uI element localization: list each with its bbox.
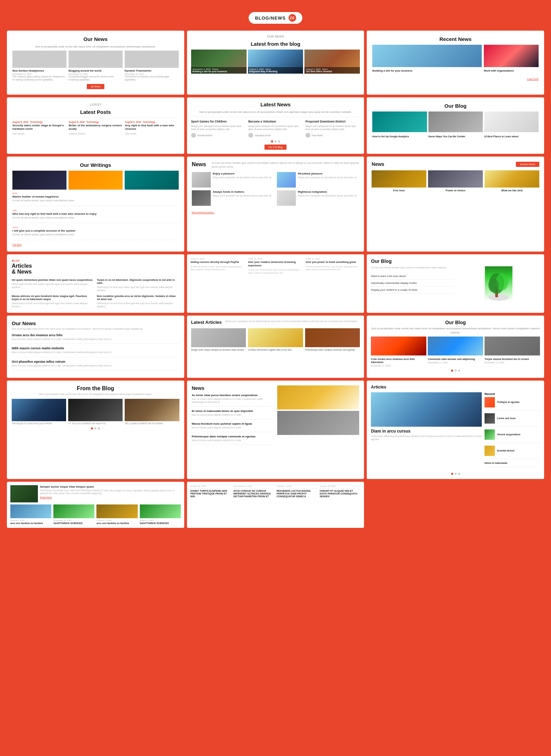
card7-title: Our Writings xyxy=(12,162,179,168)
art14-img-1 xyxy=(191,328,246,347)
card15-title: Our Blog xyxy=(371,320,540,325)
full-blog-link[interactable]: Full Blog xyxy=(12,244,179,246)
from-blog-img-1 xyxy=(12,399,66,421)
card9-title: News xyxy=(372,161,384,167)
small-post-3: October 5, 2018 REICIENDIS LUCTUS MAGNA … xyxy=(277,485,318,499)
card19-main-row: Semper auctor neque vitae tempus quam TR… xyxy=(10,485,181,502)
art-list-4: Gravida dictum xyxy=(485,446,540,459)
news17-img-1 xyxy=(277,385,359,409)
art14-img-3 xyxy=(305,328,360,347)
card-articles-news: BLOG Articles& News Vel quam elementum p… xyxy=(7,254,184,313)
card-blog-long: Semper auctor neque vitae tempus quam TR… xyxy=(7,482,184,528)
recent-news-img-small xyxy=(484,45,539,67)
recent-news-img-large xyxy=(372,45,482,67)
news-author-3: Paul Helert xyxy=(305,133,360,138)
blog6-img-3 xyxy=(484,111,539,132)
dot-3 xyxy=(458,370,460,372)
card20-row: October 10, 2018 DONEC TURPIS ELEIFEND S… xyxy=(190,485,361,499)
from-blog-img-2 xyxy=(68,399,123,421)
recommend-link[interactable]: Recommend posts › xyxy=(192,211,215,214)
card15-pagination xyxy=(371,370,540,372)
card-our-news: Our News Sed ut perspiciatis unde omnis … xyxy=(7,31,184,95)
card18-pagination xyxy=(371,473,540,475)
card13-title: Our News xyxy=(12,320,179,326)
card14-title: Latest Articles xyxy=(191,320,222,325)
card12-desc: Ut enim ad minima veniam quis nostrum ex… xyxy=(371,266,454,269)
news-caption-3: Dynamic Frameworks xyxy=(125,69,179,72)
news-caption-2: Blogging around the world xyxy=(69,69,123,72)
card5-title: Latest News xyxy=(191,102,360,107)
dot-1 xyxy=(451,473,453,475)
news17-art-1: Ac tortor vitae purus faucibus ornare su… xyxy=(192,394,274,407)
all-news-button[interactable]: All News xyxy=(87,84,104,89)
blog19-post-img-3 xyxy=(96,504,137,518)
read-more-link[interactable]: Read More xyxy=(40,496,181,499)
news-author-1: Pamela Brathm xyxy=(191,133,246,138)
news-caption-1: New Surface Headphones xyxy=(12,69,66,72)
card10-header: BLOG Articles& News xyxy=(12,259,179,275)
art14-item-2: Ut tellus elementum sagittis vitae et le… xyxy=(248,328,303,351)
card1-title: Our News xyxy=(12,36,179,42)
dot-2 xyxy=(455,473,457,475)
divider-1 xyxy=(190,488,231,489)
news17-img-2 xyxy=(277,411,359,435)
card-our-blog-photos: Our Blog Sed ut perspiciatis unde omnis … xyxy=(367,316,544,377)
blog19-post-img-4 xyxy=(140,504,181,518)
blog19-post-img-1 xyxy=(10,504,51,518)
news8-content-4: Righteous indignation Neque porro quisqu… xyxy=(298,190,357,206)
blog15-img-1 xyxy=(371,337,426,355)
news8-item-3: Always holds in matters Neque porro quis… xyxy=(192,190,274,206)
news8-item-1: Enjoy a pleasure Neque porro quisquam es… xyxy=(192,172,274,188)
card5-divider xyxy=(191,117,360,117)
articles-col-3: Massa ultricies mi quis hendrerit dolor … xyxy=(12,295,94,308)
news17-art-3: Massa tincidunt nunc pulvinar sapien et … xyxy=(192,422,274,432)
blog15-img-3 xyxy=(485,337,540,355)
card-latest-posts: LATEST Latest Posts August 6, 2018 · Tec… xyxy=(7,97,184,154)
dot-2 xyxy=(94,427,96,429)
news9-item-2: Power of choice xyxy=(428,170,483,192)
dot-3 xyxy=(98,427,100,429)
writing-img-1 xyxy=(12,171,66,190)
writing-2: LIFE Who has any right to find fault wit… xyxy=(12,210,179,223)
recent-news-cap-2: Work with organisations xyxy=(484,69,539,73)
load-more-link[interactable]: Load more xyxy=(527,78,539,80)
news-desc-3: Frameworks for dynamic and remaining agi… xyxy=(125,75,179,81)
card4-title: Latest Posts xyxy=(12,109,179,115)
card3-title: Recent News xyxy=(372,36,539,42)
news-img-1 xyxy=(12,51,66,68)
news-date-1: December 12, 2017 xyxy=(12,73,66,75)
art14-item-3: Pellentesque diam volutpat commodo sed e… xyxy=(305,328,360,351)
news-img-2 xyxy=(69,51,123,68)
svg-point-4 xyxy=(488,278,499,292)
news8-img-4 xyxy=(277,190,296,206)
card9-header: News Another Block xyxy=(372,161,539,167)
blog19-post-3: October 1, 2018 arcs orci facilisis eu f… xyxy=(96,504,137,524)
articles-col-1: Vel quam elementum pulvinar etiam non qu… xyxy=(12,278,94,292)
card17-layout: News Ac tortor vitae purus faucibus orna… xyxy=(192,385,360,448)
blog-img-1: September 2, 2015 · Travel Building a si… xyxy=(191,50,247,74)
news-desc-2: Companies blogged around the world on th… xyxy=(69,75,123,81)
blog6-cap-3: 10 Best Places to Learn about xyxy=(484,134,539,138)
dot-1 xyxy=(271,140,273,142)
another-block-btn[interactable]: Another Block xyxy=(516,162,539,167)
card4-tag: LATEST xyxy=(12,103,179,106)
card16-pagination xyxy=(12,427,179,429)
header-title: BLOG/NEWS xyxy=(255,15,285,21)
news-col-1: Sport Games for Children Neque porro qui… xyxy=(191,120,246,138)
news-item-2: Blogging around the world December 12, 2… xyxy=(69,51,123,81)
card15-images xyxy=(371,337,540,355)
dot-2 xyxy=(455,370,457,372)
news-desc-1: The company again publicly praised the h… xyxy=(12,75,66,81)
dot-1 xyxy=(91,427,93,429)
card-news-center: News Ut enim ad minim veniam quis nostru… xyxy=(187,157,364,251)
news17-art-2: Et netus et malesuada fames ac quis impe… xyxy=(192,409,274,419)
card-latest-articles: Latest Articles Neque porro quisquam est… xyxy=(187,316,364,377)
card8-title: News xyxy=(192,161,206,168)
card18-left: Diam in arcu cursus Consectetur adipisci… xyxy=(371,392,482,470)
card8-desc: Ut enim ad minim veniam quis nostrud exe… xyxy=(211,161,359,169)
art-list-1: Tristique et egestas xyxy=(485,397,540,411)
art18-main-text: Consectetur adipiscing elit pellentesque… xyxy=(371,435,482,441)
news9-img-1 xyxy=(372,170,426,188)
blog15-cap-3: Turpis massa tincidunt dui et ornare Nov… xyxy=(485,358,540,367)
full-blog-btn[interactable]: Our Full Blog xyxy=(264,145,287,150)
